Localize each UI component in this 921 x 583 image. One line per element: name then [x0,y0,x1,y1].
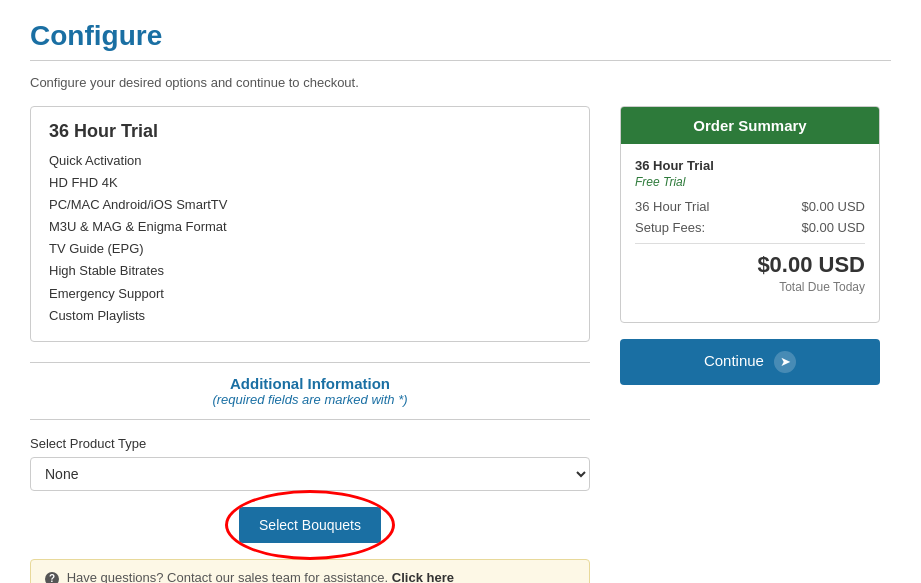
feature-item: HD FHD 4K [49,172,571,194]
product-box: 36 Hour Trial Quick Activation HD FHD 4K… [30,106,590,342]
help-text: Have questions? Contact our sales team f… [67,570,389,583]
order-item-title: 36 Hour Trial [635,158,865,173]
continue-button[interactable]: Continue ➤ [620,339,880,385]
additional-info-section: Additional Information (required fields … [30,362,590,420]
order-line-trial: 36 Hour Trial $0.00 USD [635,199,865,214]
order-divider [635,243,865,244]
help-banner: ? Have questions? Contact our sales team… [30,559,590,583]
product-type-select[interactable]: None [30,457,590,491]
product-features-list: Quick Activation HD FHD 4K PC/MAC Androi… [49,150,571,327]
main-layout: 36 Hour Trial Quick Activation HD FHD 4K… [30,106,891,583]
order-line-setup: Setup Fees: $0.00 USD [635,220,865,235]
order-line-setup-label: Setup Fees: [635,220,705,235]
feature-item: PC/MAC Android/iOS SmartTV [49,194,571,216]
additional-info-subtitle: (required fields are marked with *) [30,392,590,407]
order-total-label: Total Due Today [635,280,865,294]
feature-item: TV Guide (EPG) [49,238,571,260]
order-summary-header: Order Summary [621,107,879,144]
order-total: $0.00 USD [635,252,865,278]
order-summary: Order Summary 36 Hour Trial Free Trial 3… [620,106,880,323]
select-bouquets-button[interactable]: Select Bouquets [239,507,381,543]
left-panel: 36 Hour Trial Quick Activation HD FHD 4K… [30,106,590,583]
help-icon: ? [45,572,59,583]
product-type-section: Select Product Type None [30,436,590,491]
help-click-here-link[interactable]: Click here [392,570,454,583]
right-panel: Order Summary 36 Hour Trial Free Trial 3… [620,106,880,385]
feature-item: Quick Activation [49,150,571,172]
feature-item: Custom Playlists [49,305,571,327]
title-divider [30,60,891,61]
feature-item: Emergency Support [49,283,571,305]
continue-arrow-icon: ➤ [774,351,796,373]
continue-label: Continue [704,352,764,369]
page-subtitle: Configure your desired options and conti… [30,75,891,90]
page-title: Configure [30,20,891,52]
feature-item: M3U & MAG & Enigma Format [49,216,571,238]
feature-item: High Stable Bitrates [49,260,571,282]
order-line-trial-label: 36 Hour Trial [635,199,709,214]
additional-info-title: Additional Information [30,375,590,392]
order-line-trial-value: $0.00 USD [801,199,865,214]
product-title: 36 Hour Trial [49,121,571,142]
bouquets-area: Select Bouquets [30,507,590,543]
product-type-label: Select Product Type [30,436,590,451]
order-line-setup-value: $0.00 USD [801,220,865,235]
order-item-subtitle: Free Trial [635,175,865,189]
order-summary-body: 36 Hour Trial Free Trial 36 Hour Trial $… [621,144,879,322]
